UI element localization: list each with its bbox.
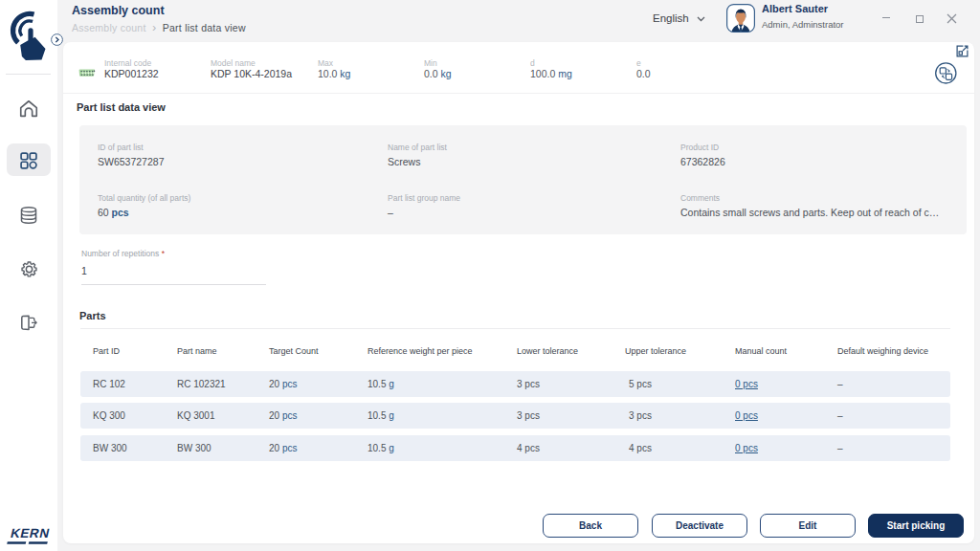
svg-text:KERN: KERN (9, 527, 51, 541)
